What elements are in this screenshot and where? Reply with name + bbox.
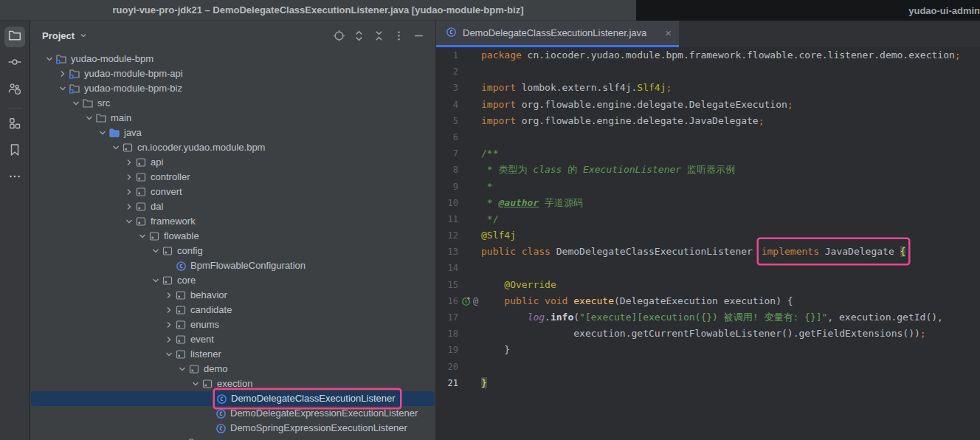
code-line[interactable]: 11 */ [436, 211, 980, 227]
gutter-icon-area[interactable] [458, 211, 481, 227]
code-line[interactable]: 20 [436, 359, 980, 375]
gutter-icon-area[interactable] [458, 244, 481, 260]
line-number[interactable]: 15 [436, 277, 458, 293]
gutter-icon-area[interactable] [458, 63, 481, 80]
code-line[interactable]: 13public class DemoDelegateClassExecutio… [436, 244, 980, 260]
chevron-down-icon[interactable] [78, 30, 89, 41]
line-number[interactable]: 4 [436, 97, 458, 113]
chevron-right-icon[interactable] [123, 157, 135, 168]
close-icon[interactable]: × [665, 27, 672, 39]
tree-item[interactable]: exection [31, 377, 435, 391]
gutter-icon-area[interactable] [458, 162, 481, 178]
code-line[interactable]: 8 * 类型为 class 的 ExecutionListener 监听器示例 [436, 162, 980, 178]
tree-item[interactable]: CDemoSpringExpressionExecutionListener [31, 421, 435, 436]
gutter-icon-area[interactable] [458, 359, 481, 375]
gutter-icon-area[interactable] [458, 80, 481, 96]
tree-item[interactable]: src [31, 96, 435, 111]
code-line[interactable]: 2 [436, 63, 980, 80]
line-number[interactable]: 1 [436, 47, 458, 63]
chevron-down-icon[interactable] [97, 127, 108, 139]
chevron-right-icon[interactable] [163, 334, 175, 346]
tree-item[interactable]: candidate [31, 303, 435, 317]
tree-item[interactable]: core [31, 273, 435, 288]
gutter-icon-area[interactable] [458, 129, 481, 145]
expand-all-icon[interactable] [352, 29, 365, 42]
tree-item[interactable]: demo [31, 362, 435, 377]
line-number[interactable]: 14 [436, 260, 458, 276]
tree-item[interactable]: yudao-module-bpm-biz [31, 81, 435, 96]
code-line[interactable]: 1package cn.iocoder.yudao.module.bpm.fra… [436, 47, 980, 63]
gutter-icon-area[interactable] [458, 260, 481, 276]
line-number[interactable]: 17 [436, 309, 458, 326]
line-number[interactable]: 16 [436, 293, 458, 309]
tree-item[interactable]: flowable [31, 229, 435, 244]
tree-item[interactable]: framework [31, 214, 435, 229]
line-number[interactable]: 7 [436, 145, 458, 162]
chevron-down-icon[interactable] [57, 83, 69, 94]
tree-item[interactable]: event [31, 332, 435, 347]
chevron-down-icon[interactable] [110, 142, 122, 154]
annotation-icon[interactable]: @ [473, 293, 478, 309]
code-line[interactable]: 18 execution.getCurrentFlowableListener(… [436, 326, 980, 342]
chevron-down-icon[interactable] [70, 97, 82, 109]
gutter-icon-area[interactable] [458, 145, 481, 162]
line-number[interactable]: 20 [436, 359, 458, 375]
chevron-right-icon[interactable] [123, 171, 135, 183]
line-number[interactable]: 3 [436, 80, 458, 96]
chevron-right-icon[interactable] [123, 186, 135, 198]
tree-item[interactable] [31, 436, 435, 440]
tree-item[interactable]: listener [31, 347, 435, 362]
tree-item[interactable]: convert [31, 185, 435, 199]
editor-tab-active[interactable]: C DemoDelegateClassExecutionListener.jav… [436, 21, 679, 47]
code-line[interactable]: 7/** [436, 145, 980, 162]
line-number[interactable]: 10 [436, 195, 458, 211]
tree-item[interactable]: CDemoDelegateExpressionExecutionListener [31, 406, 435, 421]
chevron-down-icon[interactable] [137, 230, 148, 242]
bookmarks-tool-button[interactable] [4, 141, 25, 162]
chevron-right-icon[interactable] [163, 304, 175, 316]
kebab-menu-icon[interactable] [392, 29, 405, 42]
commit-tool-button[interactable] [4, 53, 25, 74]
code-line[interactable]: 19 } [436, 342, 980, 358]
implements-indicator-icon[interactable] [461, 296, 472, 306]
chevron-down-icon[interactable] [176, 363, 188, 375]
code-line[interactable]: 16@ public void execute(DelegateExecutio… [436, 293, 980, 309]
line-number[interactable]: 13 [436, 244, 458, 260]
chevron-down-icon[interactable] [190, 378, 201, 390]
more-tool-windows-button[interactable] [4, 168, 25, 188]
gutter-icon-area[interactable] [458, 326, 481, 342]
code-line[interactable]: 21} [436, 375, 980, 391]
line-number[interactable]: 8 [436, 162, 458, 178]
chevron-down-icon[interactable] [163, 348, 175, 360]
line-number[interactable]: 9 [436, 179, 458, 195]
tree-item[interactable]: main [31, 111, 435, 126]
chevron-right-icon[interactable] [176, 437, 188, 440]
gutter-icon-area[interactable] [458, 97, 481, 113]
tree-item[interactable]: behavior [31, 288, 435, 303]
chevron-down-icon[interactable] [150, 275, 162, 286]
chevron-down-icon[interactable] [123, 216, 135, 227]
gutter-icon-area[interactable] [458, 47, 481, 63]
tree-item[interactable]: config [31, 244, 435, 258]
code-line[interactable]: 5import org.flowable.engine.delegate.Jav… [436, 113, 980, 129]
code-line[interactable]: 15 @Override [436, 277, 980, 293]
code-area[interactable]: 1package cn.iocoder.yudao.module.bpm.fra… [436, 47, 980, 440]
code-line[interactable]: 9 * [436, 179, 980, 195]
chevron-right-icon[interactable] [163, 319, 175, 331]
structure-tool-button[interactable] [4, 114, 25, 135]
code-line[interactable]: 10 * @author 芋道源码 [436, 195, 980, 211]
collapse-all-icon[interactable] [372, 29, 385, 42]
line-number[interactable]: 18 [436, 326, 458, 342]
gutter-icon-area[interactable] [458, 309, 481, 326]
line-number[interactable]: 5 [436, 113, 458, 129]
chevron-right-icon[interactable] [123, 201, 135, 213]
gutter-icon-area[interactable] [458, 277, 481, 293]
chevron-down-icon[interactable] [150, 245, 162, 257]
code-line[interactable]: 17 log.info("[execute][execution({}) 被调用… [436, 309, 980, 326]
tree-item[interactable]: java [31, 126, 435, 140]
line-number[interactable]: 6 [436, 129, 458, 145]
gutter-icon-area[interactable] [458, 113, 481, 129]
tree-item[interactable]: yudao-module-bpm-api [31, 66, 435, 81]
chevron-down-icon[interactable] [44, 53, 55, 65]
gutter-icon-area[interactable] [458, 342, 481, 358]
